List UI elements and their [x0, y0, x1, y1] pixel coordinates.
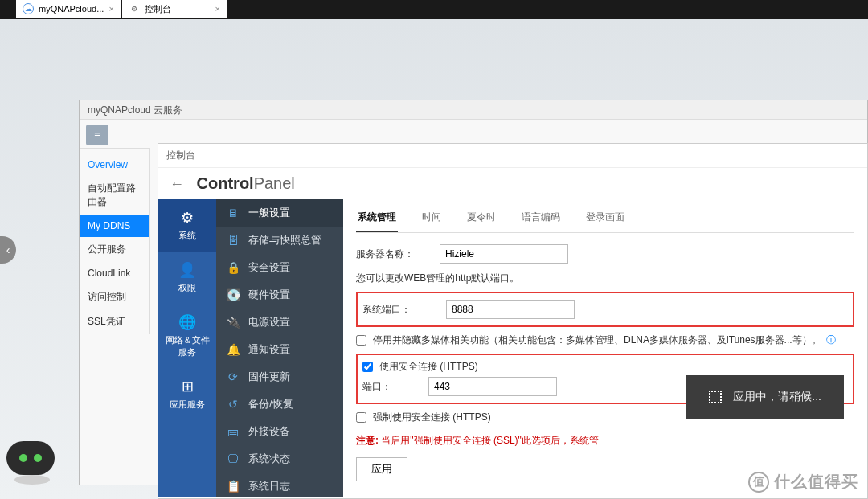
content-tab[interactable]: 系统管理 [356, 207, 398, 232]
settings-menu: 🖥一般设置🗄存储与快照总管🔒安全设置💽硬件设置🔌电源设置🔔通知设置⟳固件更新↺备… [216, 199, 343, 497]
menu-icon: 🔒 [226, 261, 240, 274]
close-icon[interactable]: × [215, 4, 220, 14]
force-https-label: 强制使用安全连接 (HTTPS) [373, 411, 491, 424]
menu-item[interactable]: ⟳固件更新 [216, 363, 343, 391]
cloud-sidebar-item[interactable]: Overview [80, 153, 149, 176]
content-tab[interactable]: 语言编码 [520, 207, 562, 232]
menu-item[interactable]: 🔒安全设置 [216, 254, 343, 281]
desktop-background: ‹ myQNAPcloud 云服务 ≡ Overview自动配置路由器My DD… [0, 19, 868, 499]
nav-icon: 👤 [162, 261, 213, 279]
content-tab[interactable]: 夏令时 [465, 207, 497, 232]
http-port-note: 您可以更改WEB管理的http默认端口。 [356, 272, 854, 285]
menu-icon: 🗄 [226, 234, 240, 247]
menu-item[interactable]: ↺备份/恢复 [216, 391, 343, 418]
content-tab[interactable]: 时间 [420, 207, 443, 232]
system-port-input[interactable] [446, 300, 575, 319]
nav-icon: 🌐 [162, 313, 213, 331]
bot-shadow [14, 475, 50, 485]
menu-item[interactable]: 🖴外接设备 [216, 418, 343, 445]
window-toolbar: ≡ [80, 120, 150, 149]
https-label: 使用安全连接 (HTTPS) [379, 360, 478, 374]
menu-item[interactable]: 🔌电源设置 [216, 309, 343, 336]
menu-item[interactable]: 🖵系统状态 [216, 445, 343, 472]
menu-icon: 💽 [226, 288, 240, 301]
menu-item[interactable]: 📋系统日志 [216, 472, 343, 499]
cloud-sidebar-item[interactable]: SSL凭证 [80, 309, 149, 334]
applying-toast: 应用中，请稍候... [686, 375, 844, 419]
nav-item[interactable]: 🌐网络＆文件服务 [158, 304, 216, 368]
menu-item[interactable]: 🔔通知设置 [216, 336, 343, 363]
force-https-checkbox[interactable] [356, 412, 366, 423]
menu-icon: 📋 [226, 480, 240, 493]
disable-media-label: 停用并隐藏多媒体相关功能（相关功能包含：多媒体管理、DLNA多媒体服务器、及iT… [373, 333, 836, 347]
window-title: myQNAPcloud 云服务 [80, 100, 867, 120]
browser-tab-cloud[interactable]: ☁ myQNAPcloud... × [16, 0, 121, 18]
menu-icon: 🖵 [226, 452, 240, 465]
nav-item[interactable]: ⚙系统 [158, 199, 216, 252]
cloud-sidebar-item[interactable]: 访问控制 [80, 284, 149, 309]
nav-item[interactable]: 👤权限 [158, 252, 216, 304]
menu-icon: 🖴 [226, 425, 240, 438]
cloud-icon: ☁ [23, 3, 34, 14]
content-tabs: 系统管理时间夏令时语言编码登录画面 [356, 207, 854, 233]
cloud-sidebar: Overview自动配置路由器My DDNS公开服务CloudLink访问控制S… [80, 149, 150, 334]
server-name-input[interactable] [440, 244, 568, 264]
nav-item[interactable]: ⊞应用服务 [158, 368, 216, 420]
category-nav: ⚙系统👤权限🌐网络＆文件服务⊞应用服务 [158, 199, 216, 497]
tab-label: myQNAPcloud... [39, 4, 104, 14]
info-icon[interactable]: ⓘ [826, 334, 836, 346]
cloud-sidebar-item[interactable]: 公开服务 [80, 237, 149, 262]
control-panel-window: 控制台 ← ControlPanel ⚙系统👤权限🌐网络＆文件服务⊞应用服务 🖥… [158, 143, 868, 499]
gear-icon: ⚙ [129, 3, 140, 14]
system-port-label: 系统端口： [362, 303, 436, 317]
close-icon[interactable]: × [109, 4, 114, 14]
menu-icon: 🔌 [226, 316, 240, 329]
https-port-input[interactable] [428, 377, 557, 396]
menu-item[interactable]: 💽硬件设置 [216, 281, 343, 309]
page-title: ← ControlPanel [158, 168, 867, 199]
disable-media-checkbox[interactable] [356, 335, 366, 346]
breadcrumb: 控制台 [158, 144, 867, 168]
content-tab[interactable]: 登录画面 [584, 207, 626, 232]
browser-tab-bar: ☁ myQNAPcloud... × ⚙ 控制台 × [0, 0, 868, 19]
spinner-icon [709, 391, 722, 403]
nav-icon: ⚙ [162, 209, 213, 227]
ssl-warning: 注意: 当启用"强制使用安全连接 (SSL)"此选项后，系统管 [356, 434, 854, 448]
watermark: 值 什么值得买 [748, 471, 858, 493]
cloud-sidebar-item[interactable]: 自动配置路由器 [80, 176, 149, 215]
cloud-sidebar-item[interactable]: CloudLink [80, 262, 149, 284]
cloud-sidebar-item[interactable]: My DDNS [80, 215, 149, 237]
menu-item[interactable]: 🖥一般设置 [216, 199, 343, 227]
menu-icon: ↺ [226, 398, 240, 411]
tab-label: 控制台 [145, 3, 171, 15]
menu-icon[interactable]: ≡ [86, 125, 108, 145]
carousel-prev-icon[interactable]: ‹ [0, 236, 16, 264]
menu-item[interactable]: 🗄存储与快照总管 [216, 227, 343, 254]
settings-content: 系统管理时间夏令时语言编码登录画面 服务器名称： 您可以更改WEB管理的http… [343, 199, 867, 497]
menu-icon: ⟳ [226, 370, 240, 383]
watermark-icon: 值 [748, 472, 769, 493]
apply-button[interactable]: 应用 [356, 457, 407, 481]
nav-icon: ⊞ [162, 378, 213, 395]
https-checkbox[interactable] [362, 362, 373, 372]
chat-bot-icon[interactable] [6, 441, 55, 475]
menu-icon: 🖥 [226, 207, 240, 219]
toast-text: 应用中，请稍候... [733, 390, 821, 404]
menu-icon: 🔔 [226, 343, 240, 356]
https-port-label: 端口： [362, 380, 419, 394]
back-icon[interactable]: ← [170, 176, 184, 193]
highlight-system-port: 系统端口： [356, 292, 854, 327]
server-name-label: 服务器名称： [356, 247, 430, 261]
browser-tab-control[interactable]: ⚙ 控制台 × [122, 0, 227, 18]
